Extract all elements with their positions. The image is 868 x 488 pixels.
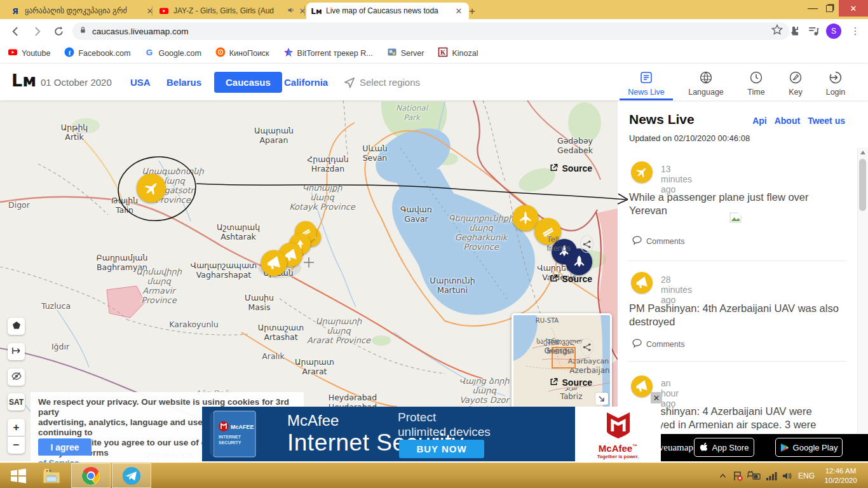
browser-tab-0[interactable]: Яყარაბაღის დეოკუპაცია გრძ✕ <box>5 3 160 19</box>
map-control-zoom-in[interactable]: + <box>8 419 25 436</box>
tab-close-icon[interactable]: ✕ <box>454 6 464 16</box>
panel-link-api[interactable]: Api <box>752 116 767 126</box>
tab-audio-icon[interactable] <box>287 6 295 16</box>
address-bar[interactable]: caucasus.liveuamap.com <box>72 22 789 40</box>
facebook-icon: f <box>64 47 74 59</box>
map-control-measure[interactable] <box>8 343 25 360</box>
polygon-icon <box>11 320 22 332</box>
source-link[interactable]: Source <box>549 163 592 174</box>
buy-now-button[interactable]: BUY NOW <box>399 440 484 458</box>
ad-close-button[interactable]: ✕ <box>651 392 662 403</box>
reload-icon[interactable] <box>51 24 66 39</box>
tray-expand-icon[interactable] <box>717 463 728 488</box>
map-control-draw-polygon[interactable] <box>8 318 25 335</box>
ad-main[interactable]: McAFEE INTERNET SECURITY McAfee Internet… <box>202 407 575 461</box>
comments-link[interactable]: Comments <box>632 338 684 350</box>
browser-toolbar: caucasus.liveuamap.com S ⋮ <box>0 19 868 43</box>
minimap-label: Tabriz <box>560 392 583 401</box>
close-button[interactable]: ✕ <box>839 0 868 17</box>
back-icon[interactable] <box>8 24 23 39</box>
minimap[interactable]: RU-STAსაქართველოGeorgiaAzərbaycanAzerbai… <box>512 313 612 409</box>
chrome-taskbar-button[interactable] <box>71 463 111 488</box>
news-text[interactable]: PM Pashinyan: 4th Azerbaijani UAV was al… <box>629 302 846 329</box>
select-regions-link[interactable]: Select regions <box>360 77 420 88</box>
region-link-usa[interactable]: USA <box>130 77 151 88</box>
select-regions-icon[interactable] <box>343 76 356 89</box>
browser-tab-2[interactable]: LмLive map of Caucasus news toda✕ <box>306 3 469 19</box>
ad-protect-2: unlimited devices <box>398 425 491 438</box>
bookmark-item-0[interactable]: Youtube <box>8 47 50 59</box>
news-text[interactable]: PM Pashinyan: 4 Azerbaijani UAV were des… <box>629 405 846 431</box>
bookmark-item-6[interactable]: KKinozal <box>438 47 478 59</box>
external-link-icon <box>549 377 559 388</box>
panel-tab-language[interactable]: Language <box>682 70 730 97</box>
lock-icon[interactable] <box>79 25 87 37</box>
extensions-puzzle-icon[interactable] <box>786 24 801 39</box>
telegram-icon <box>122 466 141 485</box>
bookmark-item-2[interactable]: GGoogle.com <box>144 47 201 59</box>
media-controls-icon[interactable] <box>806 24 821 39</box>
map-label: ԱրմավիրիմարզArmavirProvince <box>136 267 182 305</box>
map-control-zoom-out[interactable]: − <box>8 437 25 454</box>
chrome-icon <box>81 466 100 485</box>
panel-tab-login[interactable]: Login <box>811 70 860 97</box>
minimize-button[interactable]: — <box>804 0 821 17</box>
restore-button[interactable] <box>821 0 837 17</box>
scrollbar-thumb[interactable] <box>859 159 866 211</box>
map-label: Tuzluca <box>41 301 71 311</box>
share-icon[interactable] <box>580 235 593 253</box>
forward-icon[interactable] <box>29 24 44 39</box>
volume-icon[interactable] <box>780 463 794 488</box>
map-label: ՎաղարշապատVagharshapat <box>191 261 257 280</box>
file-explorer-button[interactable] <box>38 463 65 488</box>
liveuamap-logo[interactable]: Lм <box>11 71 36 90</box>
ad-logo-panel[interactable]: McAfee™ Together is power. <box>575 407 661 461</box>
bookmark-item-5[interactable]: Server <box>387 47 424 59</box>
region-link-california[interactable]: California <box>284 77 328 88</box>
source-link[interactable]: Source <box>549 377 592 388</box>
tell-friends-link[interactable]: Tell friends <box>546 235 593 253</box>
bookmark-item-4[interactable]: BitTorrent трекер R... <box>283 47 373 59</box>
map-marker-plane-icon[interactable] <box>137 173 166 203</box>
bookmark-item-3[interactable]: КиноПоиск <box>215 47 269 59</box>
mcafee-ad-banner[interactable]: McAFEE INTERNET SECURITY McAfee Internet… <box>202 407 661 461</box>
battery-icon[interactable] <box>746 463 763 488</box>
profile-avatar[interactable]: S <box>826 24 841 39</box>
bookmark-star-icon[interactable] <box>771 24 783 38</box>
menu-dots-icon[interactable]: ⋮ <box>848 24 863 39</box>
collapse-arrow-icon <box>598 395 606 403</box>
mcafee-name: McAfee <box>599 443 632 454</box>
region-link-belarus[interactable]: Belarus <box>166 77 201 88</box>
browser-tab-1[interactable]: JAY-Z - Girls, Girls, Girls (Aud✕ <box>154 3 313 19</box>
source-label: Source <box>562 163 592 173</box>
taskbar-clock[interactable]: 12:46 AM 10/2/2020 <box>820 466 862 485</box>
language-indicator[interactable]: ENG <box>798 471 815 480</box>
start-button[interactable] <box>5 463 32 488</box>
panel-links: ApiAboutTweet us <box>752 116 845 126</box>
region-link-caucasus[interactable]: Caucasus <box>214 72 282 93</box>
svg-text:K: K <box>440 49 446 56</box>
bookmark-item-1[interactable]: fFacebook.com <box>64 47 130 59</box>
app-promo-strip: Get Liveuamap App Store Google Play <box>629 434 868 461</box>
network-signal-icon[interactable] <box>764 463 779 488</box>
minimap-collapse-button[interactable] <box>595 393 608 405</box>
app-store-button[interactable]: App Store <box>694 438 754 457</box>
map-control-hide-markers[interactable] <box>8 369 25 386</box>
tell-friends-link[interactable]: Tell friends <box>546 338 593 356</box>
panel-tab-news-live[interactable]: News Live <box>622 70 670 97</box>
map-marker-megaphone-icon[interactable] <box>261 250 287 276</box>
comments-link[interactable]: Comments <box>632 235 684 247</box>
new-tab-button[interactable]: + <box>465 4 480 19</box>
panel-link-tweet-us[interactable]: Tweet us <box>808 116 845 126</box>
url-text[interactable]: caucasus.liveuamap.com <box>92 27 189 36</box>
map-control-satellite[interactable]: SAT <box>8 393 25 410</box>
scrollbar-up-arrow[interactable] <box>860 151 865 154</box>
i-agree-button[interactable]: I agree <box>38 438 92 456</box>
action-center-flag-icon[interactable] <box>731 463 745 488</box>
panel-link-about[interactable]: About <box>775 116 800 126</box>
panel-scrollbar[interactable] <box>857 147 868 461</box>
share-icon[interactable] <box>580 338 593 356</box>
source-link[interactable]: Source <box>549 273 592 285</box>
google-play-button[interactable]: Google Play <box>775 438 843 457</box>
telegram-taskbar-button[interactable] <box>112 463 151 488</box>
